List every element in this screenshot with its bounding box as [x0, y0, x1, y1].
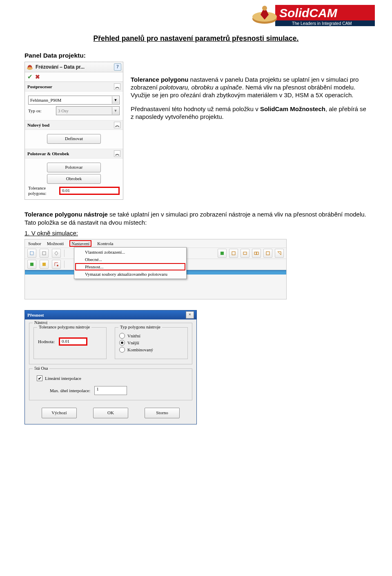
- svg-rect-15: [42, 263, 46, 266]
- max-uhel-input[interactable]: 1: [94, 386, 127, 395]
- chevron-down-icon[interactable]: ▼: [112, 96, 119, 104]
- paragraph-1: Tolerance polygonu nastavená v panelu Da…: [131, 76, 368, 99]
- svg-point-4: [262, 6, 267, 11]
- group-label: 5tá Osa: [33, 366, 49, 371]
- group-typ-polygonu: Typ polygonu nástroje Vnitřní Vnější Kom…: [115, 327, 188, 359]
- svg-rect-9: [232, 252, 235, 255]
- group-label: Tolerance polygonu nástroje: [37, 324, 91, 329]
- section-polotovar-obrobek: Polotovar & Obrobek: [27, 151, 69, 156]
- tool-icon[interactable]: [229, 249, 238, 258]
- section-nulovy-bod: Nulový bod: [27, 123, 49, 127]
- subhead: Panel Data projektu:: [24, 52, 86, 59]
- define-button[interactable]: Definovat: [47, 134, 101, 144]
- section-postprocesor: Postprocesor: [27, 84, 52, 89]
- panel-data-projektu: Frézování – Data pr... ? ✔ ✖ Postproceso…: [24, 62, 123, 200]
- tolerance-polygonu-input[interactable]: 0.01: [59, 187, 120, 195]
- dialog-title: Přesnost: [27, 313, 44, 317]
- tool-icon[interactable]: [241, 249, 249, 258]
- paragraph-3: Tolerance polygonu nástroje se také upla…: [24, 210, 368, 226]
- chevron-down-icon: ▼: [112, 107, 119, 114]
- group-5ta-osa: 5tá Osa ✔Lineární interpolace Max. úhel …: [29, 368, 192, 400]
- brand-tagline: The Leaders in Integrated CAM: [292, 21, 352, 26]
- tolerance-label: Tolerance polygonu:: [28, 185, 57, 196]
- hodnota-input[interactable]: 0.01: [59, 337, 87, 346]
- chevron-icon[interactable]: ︽: [114, 122, 120, 128]
- svg-rect-8: [220, 252, 224, 255]
- chevron-icon[interactable]: ︽: [114, 83, 120, 90]
- dropdown-nastaveni: Vlastnosti zobrazení... Obecné... Přesno…: [74, 247, 187, 279]
- mi-obecne[interactable]: Obecné...: [75, 256, 185, 263]
- group-tolerance-polygonu: Tolerance polygonu nástroje Hodnota: 0.0…: [33, 327, 107, 359]
- menu-nastaveni[interactable]: Nastavení: [69, 240, 91, 247]
- tool-icon[interactable]: [40, 260, 49, 269]
- tool-icon[interactable]: [218, 249, 227, 258]
- radio-vnejsi[interactable]: Vnější: [119, 340, 183, 346]
- svg-rect-7: [42, 252, 46, 255]
- obrobek-button[interactable]: Obrobek: [47, 174, 101, 184]
- help-button[interactable]: ?: [114, 63, 121, 71]
- tool-icon[interactable]: [275, 249, 284, 258]
- tool-icon[interactable]: [40, 249, 49, 258]
- postprocessor-combo[interactable]: Fehlmann_P90M▼: [28, 96, 120, 105]
- close-icon[interactable]: ×: [186, 311, 194, 319]
- paragraph-2: Přednastavení této hodnoty už nemá polož…: [131, 105, 368, 121]
- accept-icon[interactable]: ✔: [27, 73, 33, 80]
- svg-rect-12: [256, 252, 258, 255]
- axis-type-combo: 3 Osy▼: [56, 106, 120, 115]
- tool-icon[interactable]: [52, 249, 61, 258]
- menu-kontrola[interactable]: Kontrola: [97, 241, 113, 246]
- max-uhel-label: Max. úhel interpolace:: [50, 388, 90, 393]
- tool-icon[interactable]: [27, 260, 36, 269]
- tool-icon[interactable]: [252, 249, 261, 258]
- group-label: Typ polygonu nástroje: [118, 324, 162, 329]
- panel-icon: [27, 64, 33, 70]
- dialog-presnost: Přesnost × Nástroj Tolerance polygonu ná…: [24, 310, 197, 424]
- checkbox-linearni[interactable]: ✔Lineární interpolace: [37, 375, 188, 381]
- storno-button[interactable]: Storno: [145, 408, 180, 418]
- svg-rect-10: [243, 252, 247, 255]
- brand-name: SolidCAM: [279, 6, 338, 20]
- radio-vnitrni[interactable]: Vnitřní: [119, 333, 183, 339]
- numbered-heading-1: 1. V okně simulace:: [24, 230, 368, 237]
- chevron-icon[interactable]: ︽: [114, 150, 120, 157]
- menu-soubor[interactable]: Soubor: [28, 241, 41, 246]
- group-nastroj: Nástroj Tolerance polygonu nástroje Hodn…: [29, 323, 192, 364]
- panel-title: Frézování – Data pr...: [36, 64, 85, 70]
- ok-button[interactable]: OK: [93, 408, 128, 418]
- svg-point-16: [57, 265, 58, 266]
- axis-type-label: Typ os:: [28, 108, 53, 113]
- tool-icon[interactable]: [27, 249, 36, 258]
- menu-bar: Soubor Možnosti Nastavení Kontrola: [25, 239, 286, 248]
- tool-icon[interactable]: [52, 260, 61, 269]
- reject-icon[interactable]: ✖: [35, 74, 40, 80]
- svg-rect-13: [266, 252, 270, 255]
- radio-kombinovany[interactable]: Kombinovaný: [119, 347, 183, 353]
- svg-rect-11: [254, 252, 256, 255]
- brand-logo: SolidCAM The Leaders in Integrated CAM: [249, 3, 376, 28]
- vychozi-button[interactable]: Výchozí: [42, 408, 77, 418]
- menu-moznosti[interactable]: Možnosti: [47, 241, 64, 246]
- polotovar-button[interactable]: Polotovar: [47, 163, 101, 172]
- hodnota-label: Hodnota:: [38, 339, 55, 344]
- mi-vlastnosti[interactable]: Vlastnosti zobrazení...: [75, 248, 185, 256]
- simulation-menu-screenshot: Soubor Možnosti Nastavení Kontrola Vlast…: [24, 239, 287, 299]
- svg-rect-14: [30, 263, 33, 266]
- mi-vymazat[interactable]: Vymazat soubory aktualizovaného polotova…: [75, 270, 185, 278]
- mi-presnost[interactable]: Přesnost...: [75, 263, 185, 270]
- tool-icon[interactable]: [263, 249, 272, 258]
- svg-rect-6: [30, 252, 33, 255]
- page-title: Přehled panelů pro nastavení parametrů p…: [94, 34, 299, 42]
